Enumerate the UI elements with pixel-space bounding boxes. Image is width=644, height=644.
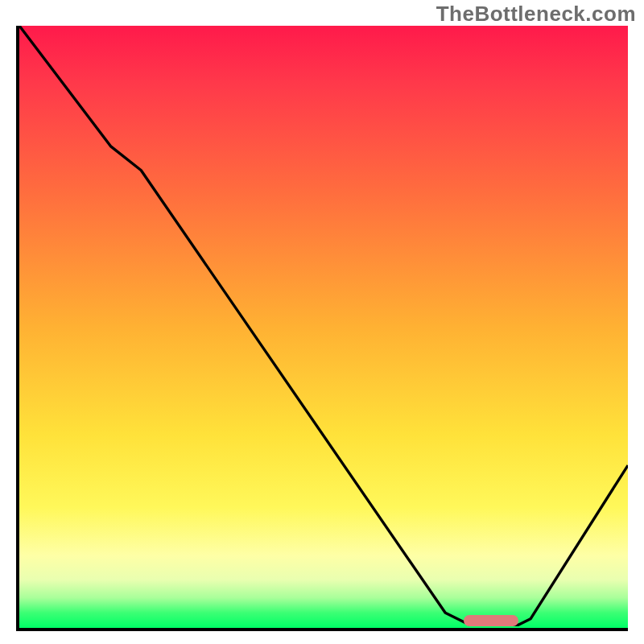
watermark-text: TheBottleneck.com	[436, 2, 636, 27]
bottleneck-curve	[19, 26, 628, 628]
optimal-range-marker	[464, 615, 518, 626]
plot-area	[16, 26, 628, 631]
chart-frame: TheBottleneck.com	[0, 0, 644, 644]
